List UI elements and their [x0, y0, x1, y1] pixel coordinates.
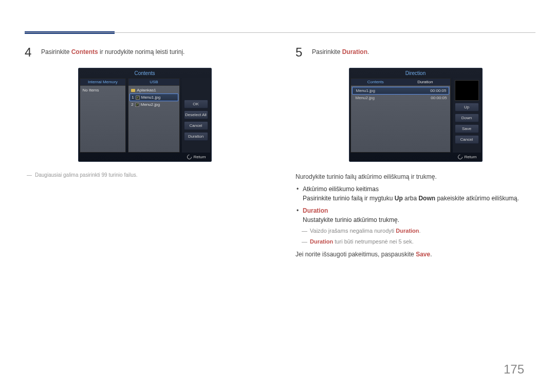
folder-row[interactable]: Aplankas1	[130, 87, 178, 94]
text: No Items	[83, 88, 99, 92]
text: turi būti netrumpesnė nei 5 sek.	[333, 238, 414, 245]
file-row-2[interactable]: 2 Menu2.jpg	[130, 101, 178, 108]
step-4: 4 Pasirinkite Contents ir nurodykite nor…	[25, 46, 265, 59]
up-keyword: Up	[395, 195, 403, 202]
sub-item: Duration turi būti netrumpesnė nei 5 sek…	[310, 237, 535, 246]
page-number: 175	[504, 362, 524, 377]
text: .	[430, 251, 432, 258]
empty-label: No Items	[81, 87, 125, 94]
return-icon[interactable]	[457, 154, 464, 161]
text: Pasirinkite	[312, 48, 342, 55]
step-5: 5 Pasirinkite Duration.	[295, 46, 535, 59]
down-button[interactable]: Down	[455, 114, 479, 122]
text: .	[419, 228, 421, 234]
footnote: ― Daugiausiai galima pasirinkti 99 turin…	[27, 172, 265, 178]
column-left: 4 Pasirinkite Contents ir nurodykite nor…	[25, 46, 265, 259]
text: Jei norite išsaugoti pakeitimus, paspaus…	[295, 251, 416, 258]
duration-value: 00:00:05	[431, 96, 447, 100]
tab-usb[interactable]: USB	[128, 79, 179, 86]
checkbox-icon[interactable]	[135, 103, 139, 107]
file-name: Menu2.jpg	[356, 96, 375, 100]
ok-button[interactable]: OK	[184, 100, 208, 108]
file-name: Menu1.jpg	[356, 88, 375, 93]
save-button[interactable]: Save	[455, 124, 479, 133]
preview-box	[455, 80, 479, 101]
bullet-title: Atkūrimo eiliškumo keitimas	[303, 185, 379, 193]
screen-body: Internal Memory No Items USB Aplankas1 1…	[79, 78, 211, 153]
file-row-1[interactable]: Menu1.jpg 00:00:05	[352, 87, 449, 95]
pane-internal-memory: Internal Memory No Items	[80, 78, 126, 153]
file-name: Menu1.jpg	[141, 95, 160, 100]
pane-actions: OK Deselect All Cancel Duration	[182, 78, 210, 153]
screen-body: Contents Duration Menu1.jpg 00:00:05	[349, 78, 482, 153]
pane-actions: Up Down Save Cancel	[453, 78, 481, 153]
text: .	[367, 48, 369, 55]
list-item: Duration Nustatykite turinio atkūrimo tr…	[303, 206, 535, 246]
footnote-text: Daugiausiai galima pasirinkti 99 turinio…	[35, 172, 138, 178]
content-columns: 4 Pasirinkite Contents ir nurodykite nor…	[25, 46, 535, 259]
sub-list: Vaizdo įrašams negalima nurodyti Duratio…	[303, 227, 535, 246]
text: Vaizdo įrašams negalima nurodyti	[310, 228, 396, 234]
row-index: 2	[131, 102, 133, 107]
checkbox-icon[interactable]	[136, 96, 140, 100]
text: Pasirinkite turinio failą ir mygtuku	[303, 195, 395, 202]
cancel-button[interactable]: Cancel	[455, 135, 479, 144]
duration-keyword: Duration	[342, 48, 367, 55]
file-row-1[interactable]: 1 Menu1.jpg	[130, 94, 178, 101]
column-right: 5 Pasirinkite Duration. Direction Conten…	[295, 46, 535, 259]
step-number: 5	[295, 46, 305, 59]
screen-title: Direction	[349, 68, 482, 78]
contents-keyword: Contents	[71, 48, 98, 55]
paragraph: Nurodykite turinio failų atkūrimo eilišk…	[295, 172, 535, 181]
dash-icon: ―	[27, 172, 32, 178]
step-text: Pasirinkite Duration.	[312, 46, 369, 55]
duration-keyword: Duration	[310, 238, 333, 245]
bullet-list: Atkūrimo eiliškumo keitimas Pasirinkite …	[295, 184, 535, 246]
row-index: 1	[132, 95, 134, 100]
text: Pasirinkite	[41, 48, 71, 55]
return-label[interactable]: Return	[193, 155, 206, 159]
text: arba	[403, 195, 419, 202]
folder-icon	[131, 89, 135, 92]
folder-name: Aplankas1	[137, 88, 156, 92]
text: Nustatykite turinio atkūrimo trukmę.	[303, 216, 399, 223]
duration-value: 00:00:05	[430, 88, 446, 93]
down-keyword: Down	[418, 195, 435, 202]
duration-keyword: Duration	[303, 207, 328, 214]
screen-footer: Return	[349, 153, 482, 161]
pane-usb: USB Aplankas1 1 Menu1.jpg 2 Menu2.jpg	[128, 78, 179, 153]
step-number: 4	[25, 46, 34, 59]
text: pakeiskite atkūrimo eiliškumą.	[435, 195, 519, 202]
sub-item: Vaizdo įrašams negalima nurodyti Duratio…	[310, 227, 535, 235]
paragraph: Jei norite išsaugoti pakeitimus, paspaus…	[295, 250, 535, 259]
pane-content-duration: Contents Duration Menu1.jpg 00:00:05	[350, 78, 451, 153]
return-label[interactable]: Return	[464, 155, 476, 159]
screenshot-contents: Contents Internal Memory No Items USB Ap…	[78, 68, 212, 162]
step-text: Pasirinkite Contents ir nurodykite norim…	[41, 46, 184, 55]
save-keyword: Save	[416, 251, 430, 258]
screenshot-direction: Direction Contents Duration Menu1.jpg 00…	[349, 68, 483, 162]
header-divider	[25, 32, 535, 33]
return-icon[interactable]	[187, 154, 193, 161]
duration-keyword: Duration	[396, 228, 419, 234]
cancel-button[interactable]: Cancel	[184, 121, 208, 130]
deselect-all-button[interactable]: Deselect All	[184, 110, 208, 119]
file-row-2[interactable]: Menu2.jpg 00:00:05	[352, 95, 449, 101]
text: ir nurodykite norimą leisti turinį.	[98, 48, 185, 55]
file-name: Menu2.jpg	[141, 102, 160, 107]
list-item: Atkūrimo eiliškumo keitimas Pasirinkite …	[303, 184, 535, 203]
up-button[interactable]: Up	[455, 103, 479, 111]
tab-contents[interactable]: Contents	[351, 79, 401, 86]
tab-internal-memory[interactable]: Internal Memory	[80, 79, 126, 86]
duration-button[interactable]: Duration	[184, 132, 208, 141]
screen-footer: Return	[79, 153, 211, 161]
tab-duration[interactable]: Duration	[400, 79, 450, 86]
screen-title: Contents	[79, 68, 211, 78]
